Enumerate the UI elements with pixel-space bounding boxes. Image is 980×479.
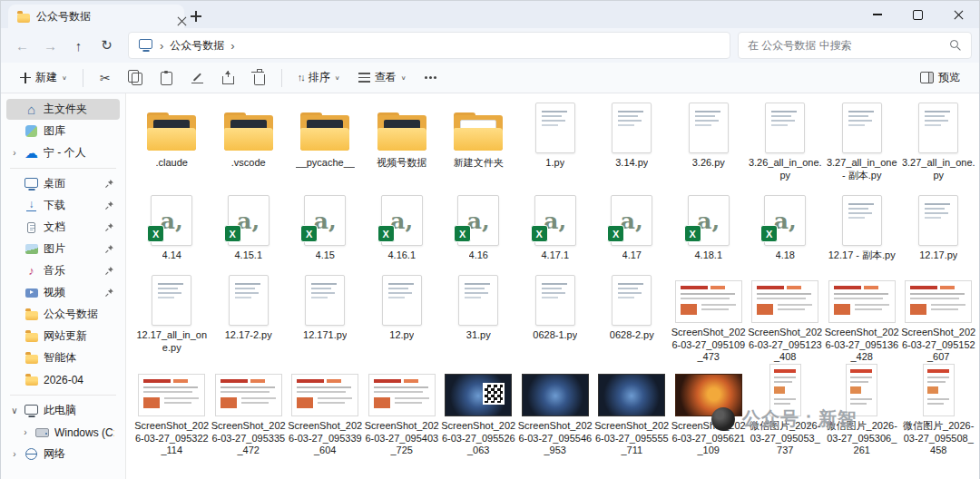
sidebar-item-documents[interactable]: 文档 [6, 217, 120, 238]
refresh-button[interactable]: ↻ [93, 32, 121, 59]
more-icon [425, 76, 427, 79]
title-bar: 公众号数据 [1, 1, 979, 28]
new-button[interactable]: 新建 ∨ [12, 65, 75, 91]
file-tile[interactable]: 微信图片_2026-03-27_095053_737 [747, 362, 824, 479]
screenshot-thumbnail [368, 374, 436, 416]
file-tile[interactable]: 31.py [440, 271, 517, 362]
file-tile[interactable]: 微信图片_2026-03-27_095508_458 [900, 362, 977, 479]
file-tile[interactable]: a,X4.14 [133, 191, 211, 271]
file-tile[interactable]: ScreenShot_2026-03-27_095123_408 [747, 271, 824, 362]
file-tile[interactable]: 3.26.py [671, 99, 748, 191]
file-tile[interactable]: __pycache__ [287, 99, 364, 191]
file-tile[interactable]: 12.17 - 副本.py [824, 191, 901, 271]
folder-content[interactable]: .claude.vscode__pycache__视频号数据新建文件夹1.py3… [126, 93, 979, 479]
sidebar-item-this-pc[interactable]: ∨此电脑 [6, 400, 120, 421]
file-tile[interactable]: a,X4.18.1 [671, 191, 748, 271]
file-tile[interactable]: 12.17-2.py [211, 271, 288, 362]
sidebar-item-agent[interactable]: 智能体 [6, 347, 120, 368]
search-icon[interactable] [950, 40, 962, 52]
file-tile[interactable]: ScreenShot_2026-03-27_095555_711 [593, 362, 671, 479]
file-tile[interactable]: 0628-1.py [517, 271, 594, 362]
file-tile[interactable]: ScreenShot_2026-03-27_095526_063 [440, 362, 517, 479]
file-tile[interactable]: a,X4.16.1 [364, 191, 441, 271]
search-box[interactable]: 在 公众号数据 中搜索 [738, 32, 972, 59]
file-tile[interactable]: a,X4.16 [440, 191, 517, 271]
sidebar-item-windows-c[interactable]: ›Windows (C:) [17, 422, 120, 443]
file-tile[interactable]: 1.py [517, 99, 594, 191]
breadcrumb-item[interactable]: 公众号数据 [170, 38, 224, 54]
sidebar-item-gallery[interactable]: 图库 [6, 121, 120, 142]
file-thumbnail [751, 271, 818, 323]
file-tile[interactable]: ScreenShot_2026-03-27_095335_472 [211, 362, 288, 479]
sidebar-item-music[interactable]: 音乐 [6, 260, 120, 281]
file-tile[interactable]: 微信图片_2026-03-27_095306_261 [824, 362, 901, 479]
more-button[interactable] [416, 65, 446, 91]
file-thumbnail [598, 362, 665, 416]
pin-icon [104, 244, 114, 254]
file-tile[interactable]: ScreenShot_2026-03-27_095339_604 [287, 362, 364, 479]
file-tile[interactable]: 新建文件夹 [440, 99, 517, 191]
file-tile[interactable]: ScreenShot_2026-03-27_095403_725 [364, 362, 441, 479]
file-tile[interactable]: a,X4.18 [747, 191, 824, 271]
address-bar[interactable]: › 公众号数据 › [128, 32, 730, 59]
file-tile[interactable]: 12.171.py [287, 271, 364, 362]
file-tile[interactable]: 3.14.py [593, 99, 671, 191]
file-tile[interactable]: 12.py [364, 271, 441, 362]
up-button[interactable]: ↑ [64, 32, 93, 59]
sidebar-item-label: 公众号数据 [44, 307, 114, 322]
sidebar-item-gongzhonghao-data[interactable]: 公众号数据 [6, 304, 120, 325]
back-button[interactable]: ← [8, 32, 36, 59]
file-tile[interactable]: 12.17.py [900, 191, 977, 271]
delete-button[interactable] [245, 65, 274, 91]
file-tile[interactable]: ScreenShot_2026-03-27_095322_114 [133, 362, 211, 479]
sort-button[interactable]: ↑↓ 排序 ∨ [289, 65, 348, 91]
sidebar-item-desktop[interactable]: 桌面 [6, 173, 120, 194]
file-tile[interactable]: 3.27_all_in_one - 副本.py [824, 99, 901, 191]
preview-button[interactable]: 预览 [912, 65, 968, 91]
file-tile[interactable]: a,X4.15.1 [211, 191, 288, 271]
paste-button[interactable] [152, 65, 181, 91]
screenshot-thumbnail [138, 374, 205, 416]
new-tab-button[interactable] [184, 5, 208, 28]
breadcrumb-chevron-icon[interactable]: › [160, 39, 163, 53]
file-tile[interactable]: 12.17_all_in_one.py [133, 271, 211, 362]
file-tile[interactable]: ScreenShot_2026-03-27_095109_473 [671, 271, 748, 362]
file-name: 3.27_all_in_one - 副本.py [825, 157, 899, 181]
breadcrumb-chevron-icon[interactable]: › [230, 39, 234, 53]
file-tile[interactable]: a,X4.17.1 [517, 191, 594, 271]
sidebar-item-website-update[interactable]: 网站更新 [6, 326, 120, 347]
chevron-down-icon[interactable]: ∨ [10, 406, 19, 415]
rename-button[interactable] [183, 65, 212, 91]
maximize-button[interactable] [897, 1, 938, 28]
chevron-right-icon[interactable]: › [10, 148, 19, 158]
file-tile[interactable]: a,X4.15 [287, 191, 364, 271]
explorer-tab[interactable]: 公众号数据 [8, 5, 184, 28]
file-tile[interactable]: 0628-2.py [593, 271, 671, 362]
sidebar-item-videos[interactable]: 视频 [6, 282, 120, 303]
sidebar-item-network[interactable]: ›网络 [6, 444, 120, 464]
chevron-right-icon[interactable]: › [21, 427, 30, 437]
cut-button[interactable]: ✂ [91, 65, 120, 91]
file-tile[interactable]: 视频号数据 [364, 99, 441, 191]
minimize-button[interactable] [857, 1, 897, 28]
chevron-right-icon[interactable]: › [10, 449, 19, 459]
share-button[interactable] [214, 65, 243, 91]
file-tile[interactable]: ScreenShot_2026-03-27_095136_428 [824, 271, 901, 362]
file-tile[interactable]: 3.26_all_in_one.py [747, 99, 824, 191]
sidebar-item-pictures[interactable]: 图片 [6, 239, 120, 259]
file-tile[interactable]: 3.27_all_in_one.py [900, 99, 977, 191]
file-tile[interactable]: ScreenShot_2026-03-27_095152_607 [900, 271, 977, 362]
file-tile[interactable]: .vscode [211, 99, 288, 191]
copy-button[interactable] [122, 65, 151, 91]
file-tile[interactable]: .claude [133, 99, 211, 191]
forward-button[interactable]: → [36, 32, 64, 59]
file-tile[interactable]: ScreenShot_2026-03-27_095621_109 [671, 362, 748, 479]
sidebar-item-onedrive[interactable]: ›宁 - 个人 [6, 142, 120, 163]
view-button[interactable]: 查看 ∨ [350, 65, 415, 91]
sidebar-item-2026-04[interactable]: 2026-04 [6, 369, 120, 390]
sidebar-item-home[interactable]: 主文件夹 [6, 99, 120, 120]
close-button[interactable] [938, 1, 979, 28]
file-tile[interactable]: ScreenShot_2026-03-27_095546_953 [517, 362, 594, 479]
sidebar-item-downloads[interactable]: 下载 [6, 195, 120, 216]
file-tile[interactable]: a,X4.17 [593, 191, 671, 271]
